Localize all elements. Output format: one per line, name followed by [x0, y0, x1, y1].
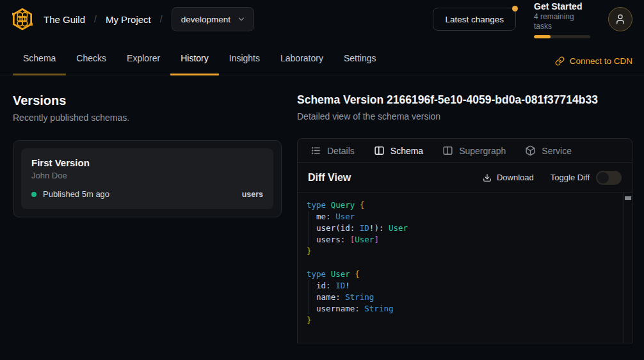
latest-changes-label: Latest changes [445, 15, 504, 24]
versions-subtitle: Recently published schemas. [13, 113, 282, 123]
cube-icon [525, 145, 536, 156]
diff-view-title: Diff View [308, 172, 351, 184]
versions-title: Versions [13, 93, 282, 108]
schema-version-column: Schema Version 2166196f-5e10-4059-bd0a-0… [297, 75, 632, 343]
code-line: id: ID! [307, 280, 619, 292]
panel-tab-label: Schema [390, 146, 423, 156]
get-started-progressbar [534, 35, 590, 38]
code-line: username: String [307, 303, 619, 315]
sdl-code-viewer[interactable]: type Query { me: User user(id: ID!): Use… [298, 192, 632, 343]
get-started-widget[interactable]: Get Started 4 remaining tasks [534, 1, 590, 38]
get-started-title: Get Started [534, 1, 590, 12]
code-line: me: User [307, 211, 619, 223]
toggle-diff-label: Toggle Diff [551, 173, 590, 182]
nav-tab-insights[interactable]: Insights [219, 52, 270, 75]
versions-list: First Version John Doe Published 5m ago … [13, 140, 282, 217]
version-list-item[interactable]: First Version John Doe Published 5m ago … [21, 148, 273, 209]
breadcrumb-project[interactable]: My Project [106, 14, 151, 25]
version-status: Published 5m ago [43, 189, 109, 199]
code-line: name: String [307, 292, 619, 303]
user-avatar[interactable] [608, 7, 632, 31]
panel-tab-label: Details [327, 146, 355, 156]
get-started-progress-fill [534, 35, 551, 38]
code-line [307, 257, 619, 269]
code-line: } [307, 315, 619, 326]
main-content: Versions Recently published schemas. Fir… [0, 75, 644, 343]
primary-nav: SchemaChecksExplorerHistoryInsightsLabor… [0, 38, 644, 75]
nav-tab-underline [170, 74, 219, 75]
connect-to-cdn-link[interactable]: Connect to CDN [555, 56, 632, 75]
columns-icon [442, 145, 453, 156]
version-name: First Version [31, 157, 263, 168]
schema-version-subtitle: Detailed view of the schema version [297, 111, 632, 121]
list-icon [310, 145, 321, 156]
schema-version-title: Schema Version 2166196f-5e10-4059-bd0a-0… [297, 93, 632, 107]
environment-select[interactable]: development [172, 7, 254, 31]
panel-tab-label: Service [542, 146, 572, 156]
environment-select-value: development [181, 15, 230, 24]
code-line: type User { [307, 269, 619, 280]
connect-to-cdn-label: Connect to CDN [570, 56, 632, 66]
breadcrumb-separator: / [160, 14, 163, 24]
version-service-badge: users [242, 190, 263, 199]
breadcrumb: The Guild / My Project / development [44, 7, 254, 31]
panel-tab-details[interactable]: Details [310, 145, 355, 156]
versions-column: Versions Recently published schemas. Fir… [13, 75, 282, 343]
code-line: type Query { [307, 200, 619, 211]
code-line: users: [User] [307, 234, 619, 246]
code-line: user(id: ID!): User [307, 223, 619, 234]
breadcrumb-separator: / [94, 14, 97, 24]
chevron-down-icon [237, 15, 246, 24]
panel-tab-schema[interactable]: Schema [374, 145, 423, 156]
link-icon [555, 56, 565, 66]
nav-tabs: SchemaChecksExplorerHistoryInsightsLabor… [13, 52, 387, 75]
nav-tab-settings[interactable]: Settings [334, 52, 387, 75]
nav-tab-schema[interactable]: Schema [13, 52, 66, 75]
toggle-knob [597, 172, 609, 184]
nav-tab-checks[interactable]: Checks [66, 52, 117, 75]
download-label: Download [497, 173, 534, 182]
code-scrollbar[interactable] [624, 192, 632, 343]
guild-logo-icon[interactable] [9, 6, 36, 33]
columns-icon [374, 145, 385, 156]
code-scrollbar-thumb[interactable] [625, 196, 631, 200]
breadcrumb-org[interactable]: The Guild [44, 14, 85, 25]
top-header: The Guild / My Project / development Lat… [0, 0, 644, 38]
panel-tab-label: Supergraph [459, 146, 506, 156]
download-button[interactable]: Download [483, 173, 534, 182]
user-icon [615, 13, 626, 25]
diff-toolbar: Diff View Download Toggle Diff [298, 163, 632, 192]
panel-tab-service[interactable]: Service [525, 145, 572, 156]
version-author: John Doe [31, 171, 263, 180]
latest-changes-button[interactable]: Latest changes [433, 8, 516, 31]
schema-version-panel: DetailsSchemaSupergraphService Diff View… [297, 138, 632, 343]
nav-tab-laboratory[interactable]: Laboratory [270, 52, 334, 75]
download-icon [483, 173, 492, 182]
code-line: } [307, 246, 619, 257]
toggle-diff-switch[interactable] [596, 171, 622, 185]
nav-tab-explorer[interactable]: Explorer [117, 52, 170, 75]
notification-dot [512, 6, 518, 12]
nav-tab-underline [13, 74, 66, 75]
sdl-code: type Query { me: User user(id: ID!): Use… [307, 200, 619, 326]
nav-tab-history[interactable]: History [170, 52, 219, 75]
get-started-subtitle: 4 remaining tasks [534, 12, 590, 31]
panel-tab-supergraph[interactable]: Supergraph [442, 145, 506, 156]
published-status-dot [31, 192, 36, 197]
schema-version-tabs: DetailsSchemaSupergraphService [298, 139, 632, 163]
